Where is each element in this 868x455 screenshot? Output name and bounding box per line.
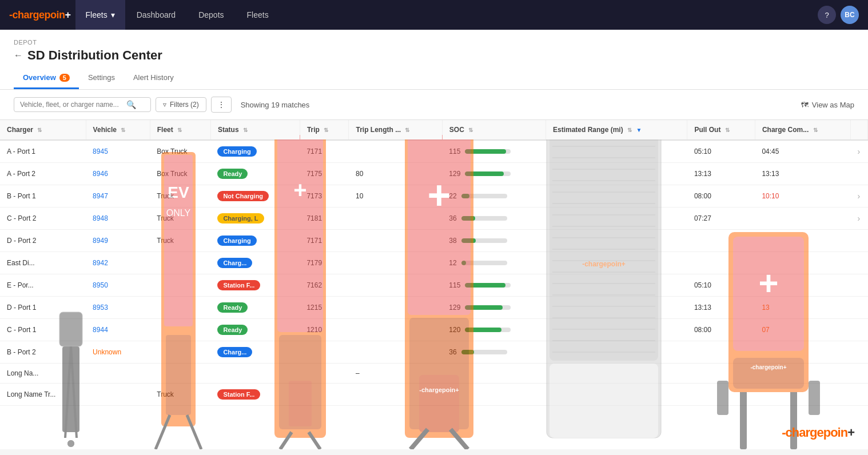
fleets-nav-button[interactable]: Fleets ▾ bbox=[75, 0, 125, 30]
sort-vehicle-icon[interactable]: ⇅ bbox=[121, 127, 125, 133]
cell-soc: 12 bbox=[442, 252, 546, 274]
cell-status bbox=[210, 364, 300, 384]
col-header-vehicle: Vehicle ⇅ bbox=[86, 120, 150, 140]
table-row: A - Port 1 8945 Box Truck Charging 7171 … bbox=[0, 140, 868, 163]
cell-soc: 129 bbox=[442, 297, 546, 319]
cell-soc: 115 bbox=[442, 140, 546, 163]
cell-pull-out: 05:10 bbox=[687, 274, 755, 297]
tab-settings[interactable]: Settings bbox=[79, 67, 124, 89]
table-row: B - Port 2 Unknown Charg... 36 bbox=[0, 341, 868, 364]
cell-vehicle bbox=[86, 364, 150, 384]
cell-pull-out bbox=[687, 364, 755, 384]
cell-charge-com bbox=[755, 341, 850, 364]
chargepoint-logo-bottom: -chargepoin+ bbox=[782, 425, 854, 440]
cell-pull-out: 07:27 bbox=[687, 207, 755, 230]
sort-charge-com-icon[interactable]: ⇅ bbox=[813, 127, 818, 133]
view-as-map-button[interactable]: 🗺 View as Map bbox=[801, 101, 854, 109]
depots-nav-link[interactable]: Depots bbox=[187, 0, 235, 30]
cell-est-range bbox=[546, 230, 687, 252]
sort-soc-icon[interactable]: ⇅ bbox=[468, 127, 473, 133]
cell-trip-length bbox=[349, 252, 442, 274]
cell-expand bbox=[851, 364, 868, 384]
cell-charge-com: 04:45 bbox=[755, 140, 850, 163]
table-row: D - Port 1 8953 Ready 1215 129 13:13 13 bbox=[0, 297, 868, 319]
cell-vehicle bbox=[86, 384, 150, 406]
sort-est-range-icon[interactable]: ⇅ bbox=[627, 127, 632, 133]
sort-status-icon[interactable]: ⇅ bbox=[243, 127, 248, 133]
table-row: C - Port 2 8948 Truck Charging, L 7181 3… bbox=[0, 207, 868, 230]
cell-charger: B - Port 1 bbox=[0, 185, 86, 207]
cell-trip: 1215 bbox=[300, 297, 349, 319]
dashboard-nav-link[interactable]: Dashboard bbox=[125, 0, 188, 30]
cell-pull-out: 13:13 bbox=[687, 163, 755, 185]
cell-trip-length: 80 bbox=[349, 163, 442, 185]
back-button[interactable]: ← bbox=[14, 50, 23, 61]
table-row: A - Port 2 8946 Box Truck Ready 7175 80 … bbox=[0, 163, 868, 185]
toolbar: 🔍 ▿ Filters (2) ⋮ Showing 19 matches 🗺 V… bbox=[0, 90, 868, 120]
page-title: SD Distribution Center bbox=[27, 48, 162, 63]
sort-trip-length-icon[interactable]: ⇅ bbox=[405, 127, 409, 133]
cell-fleet: Box Truck bbox=[150, 163, 210, 185]
table-row: C - Port 1 8944 Ready 1210 120 08:00 07 bbox=[0, 319, 868, 341]
col-header-status: Status ⇅ bbox=[210, 120, 300, 140]
sort-charger-icon[interactable]: ⇅ bbox=[37, 127, 42, 133]
cell-trip: 7173 bbox=[300, 185, 349, 207]
chevron-down-icon: ▾ bbox=[111, 10, 115, 19]
table-row: Long Na... – bbox=[0, 364, 868, 384]
svg-point-4 bbox=[67, 440, 74, 447]
cell-soc bbox=[442, 384, 546, 406]
col-header-trip: Trip ⇅ bbox=[300, 120, 349, 140]
cell-trip: 7181 bbox=[300, 207, 349, 230]
cell-pull-out bbox=[687, 384, 755, 406]
sort-trip-icon[interactable]: ⇅ bbox=[324, 127, 328, 133]
col-header-trip-length: Trip Length ... ⇅ bbox=[349, 120, 442, 140]
svg-line-18 bbox=[280, 432, 292, 449]
overview-badge: 5 bbox=[59, 74, 70, 82]
cell-charger: D - Port 2 bbox=[0, 230, 86, 252]
navbar: -chargepoin+ Fleets ▾ Dashboard Depots F… bbox=[0, 0, 868, 30]
cell-charge-com: 07 bbox=[755, 319, 850, 341]
cell-charger: D - Port 1 bbox=[0, 297, 86, 319]
tab-alert-history[interactable]: Alert History bbox=[124, 67, 183, 89]
expand-row-icon[interactable]: › bbox=[858, 214, 861, 223]
cell-status: Ready bbox=[210, 163, 300, 185]
cell-vehicle: 8942 bbox=[86, 252, 150, 274]
table-row: Long Name Tr... Truck Station F... bbox=[0, 384, 868, 406]
tab-overview[interactable]: Overview 5 bbox=[14, 67, 79, 89]
svg-line-26 bbox=[411, 429, 428, 449]
fleets-nav-link[interactable]: Fleets bbox=[236, 0, 280, 30]
cell-est-range bbox=[546, 384, 687, 406]
search-input[interactable] bbox=[20, 101, 123, 109]
cell-expand: › bbox=[851, 207, 868, 230]
cell-soc bbox=[442, 364, 546, 384]
filter-button[interactable]: ▿ Filters (2) bbox=[156, 97, 206, 112]
cell-pull-out bbox=[687, 341, 755, 364]
logo: -chargepoin+ bbox=[9, 9, 71, 21]
table-row: B - Port 1 8947 Truck Not Charging 7173 … bbox=[0, 185, 868, 207]
sort-fleet-icon[interactable]: ⇅ bbox=[177, 127, 182, 133]
cell-status: Ready bbox=[210, 319, 300, 341]
expand-row-icon[interactable]: › bbox=[858, 191, 861, 201]
cell-expand bbox=[851, 274, 868, 297]
user-avatar[interactable]: BC bbox=[841, 6, 859, 24]
cell-trip-length: – bbox=[349, 364, 442, 384]
sort-pull-out-icon[interactable]: ⇅ bbox=[725, 127, 730, 133]
more-options-button[interactable]: ⋮ bbox=[211, 97, 232, 113]
help-button[interactable]: ? bbox=[818, 6, 836, 24]
cell-trip-length bbox=[349, 207, 442, 230]
table-container: Charger ⇅ Vehicle ⇅ Fleet ⇅ Status ⇅ Tri… bbox=[0, 120, 868, 449]
cell-trip bbox=[300, 384, 349, 406]
cell-expand bbox=[851, 384, 868, 406]
col-header-est-range: Estimated Range (mi) ⇅ ▼ bbox=[546, 120, 687, 140]
cell-est-range bbox=[546, 341, 687, 364]
cell-trip-length bbox=[349, 274, 442, 297]
cell-charger: Long Na... bbox=[0, 364, 86, 384]
cell-charge-com bbox=[755, 230, 850, 252]
svg-line-27 bbox=[451, 429, 468, 449]
matches-text: Showing 19 matches bbox=[241, 101, 310, 109]
cell-trip: 7175 bbox=[300, 163, 349, 185]
cell-vehicle: 8945 bbox=[86, 140, 150, 163]
cell-fleet: Truck bbox=[150, 185, 210, 207]
expand-row-icon[interactable]: › bbox=[858, 147, 861, 156]
svg-line-11 bbox=[156, 415, 170, 449]
